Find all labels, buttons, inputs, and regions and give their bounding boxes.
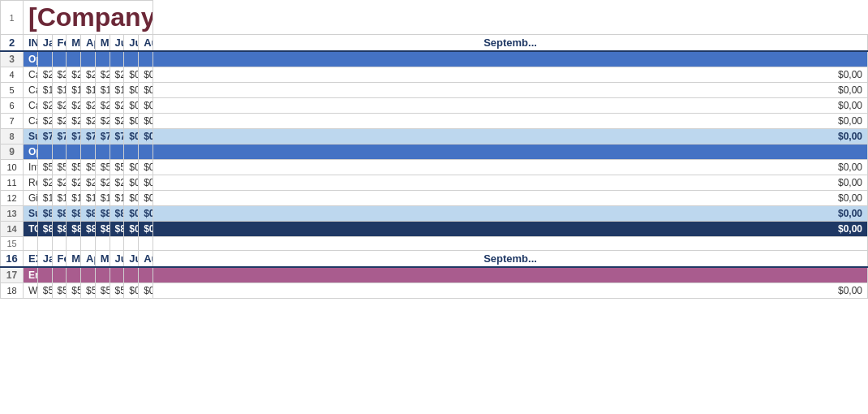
gifts-received-row: 12 Gifts Received $1 000,00 $1 000,00 $1…	[1, 191, 868, 206]
exp-col-may: May	[95, 251, 110, 268]
total-income-row: 14 TOTAL INCOME $83 000,00 $83 000,00 $8…	[1, 222, 868, 237]
col-july: July	[124, 35, 139, 52]
row-num-13: 13	[1, 206, 24, 222]
gifts-received-label: Gifts Received	[24, 191, 38, 206]
col-january: January	[37, 35, 52, 52]
category4-label: Category 4	[24, 114, 38, 129]
operating-income-header2-row: 9 Operating Income	[1, 144, 868, 160]
wages-row: 18 Wages $50 000,00 $50 000,00 $50 000,0…	[1, 283, 868, 299]
expenses-header-row: 16 EXPENSES January February March April…	[1, 251, 868, 268]
company-name-cell: [Company Name]	[24, 1, 153, 35]
row-num-6: 6	[1, 98, 24, 114]
category1-jul: $0,00	[124, 67, 139, 83]
col-april: April	[81, 35, 96, 52]
income-header-row: 2 INCOME January February March April Ma…	[1, 35, 868, 52]
operating-income-header-row: 3 Operating Income	[1, 51, 868, 67]
category3-label: Category 3	[24, 98, 38, 114]
income-header-label: INCOME	[24, 35, 38, 52]
exp-col-sep: Septemb...	[153, 251, 868, 268]
row-num-10: 10	[1, 160, 24, 175]
category1-feb: $20 000,00	[52, 67, 67, 83]
interest-income-label: Interest Income	[24, 160, 38, 175]
row-num-3: 3	[1, 51, 24, 67]
rental-income-row: 11 Rental Income $2 000,00 $2 000,00 $2 …	[1, 175, 868, 191]
category1-sep: $0,00	[153, 67, 868, 83]
row-num-5: 5	[1, 83, 24, 98]
exp-col-jul: July	[124, 251, 139, 268]
category4-row: 7 Category 4 $25 000,00 $25 000,00 $25 0…	[1, 114, 868, 129]
category1-jun: $20 000,00	[110, 67, 124, 83]
row-num-12: 12	[1, 191, 24, 206]
row-num-1: 1	[1, 1, 24, 35]
section2-label: Operating Income	[24, 144, 38, 160]
col-february: February	[52, 35, 67, 52]
row-num-18: 18	[1, 283, 24, 299]
row-num-8: 8	[1, 129, 24, 144]
total-income-label: TOTAL INCOME	[24, 222, 38, 237]
col-september: Septemb...	[153, 35, 868, 52]
subtotal2-row: 13 Subtotal $8 000,00 $8 000,00 $8 000,0…	[1, 206, 868, 222]
col-august: August	[139, 35, 153, 52]
row-num-14: 14	[1, 222, 24, 237]
interest-income-row: 10 Interest Income $5 000,00 $5 000,00 $…	[1, 160, 868, 175]
expenses-header-label: EXPENSES	[24, 251, 38, 268]
company-name: [Company Name]	[28, 2, 153, 32]
category1-apr: $20 000,00	[81, 67, 96, 83]
category2-row: 5 Category 2 $10 000,00 $10 000,00 $10 0…	[1, 83, 868, 98]
row-num-7: 7	[1, 114, 24, 129]
col-may: May	[95, 35, 110, 52]
exp-col-aug: August	[139, 251, 153, 268]
category1-label: Category 1	[24, 67, 38, 83]
empty-row-15: 15	[1, 237, 868, 251]
row-num-17: 17	[1, 267, 24, 283]
exp-col-jan: January	[37, 251, 52, 268]
subtotal1-label: Subtotal	[24, 129, 38, 144]
employee-section-row: 17 Employee	[1, 267, 868, 283]
exp-col-jun: June	[110, 251, 124, 268]
row-num-2: 2	[1, 35, 24, 52]
category1-jan: $20 000,00	[37, 67, 52, 83]
exp-col-mar: March	[67, 251, 81, 268]
subtotal2-label: Subtotal	[24, 206, 38, 222]
spreadsheet: 1 [Company Name] 2 INCOME January Februa…	[0, 0, 868, 414]
category1-may: $20 000,00	[95, 67, 110, 83]
category3-row: 6 Category 3 $20 000,00 $20 000,00 $20 0…	[1, 98, 868, 114]
row-num-16: 16	[1, 251, 24, 268]
category1-mar: $20 000,00	[67, 67, 81, 83]
row-num-9: 9	[1, 144, 24, 160]
subtotal1-row: 8 Subtotal $75 000,00 $75 000,00 $75 000…	[1, 129, 868, 144]
exp-col-feb: February	[52, 251, 67, 268]
row-num-4: 4	[1, 67, 24, 83]
category1-aug: $0,00	[139, 67, 153, 83]
row-num-11: 11	[1, 175, 24, 191]
rental-income-label: Rental Income	[24, 175, 38, 191]
category2-label: Category 2	[24, 83, 38, 98]
company-row: 1 [Company Name]	[1, 1, 868, 35]
employee-section-label: Employee	[24, 267, 38, 283]
col-june: June	[110, 35, 124, 52]
exp-col-apr: April	[81, 251, 96, 268]
section1-label: Operating Income	[24, 51, 38, 67]
wages-label: Wages	[24, 283, 38, 299]
col-march: March	[67, 35, 81, 52]
category1-row: 4 Category 1 $20 000,00 $20 000,00 $20 0…	[1, 67, 868, 83]
